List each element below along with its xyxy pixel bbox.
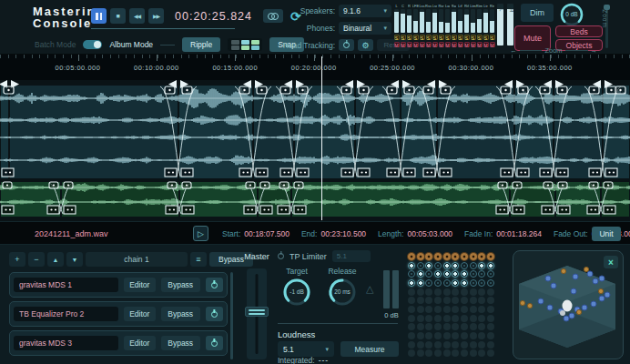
remove-plugin-button[interactable]: − xyxy=(28,252,45,267)
playhead[interactable] xyxy=(321,56,322,220)
mute-button[interactable]: M xyxy=(394,42,400,47)
mute-button[interactable]: M xyxy=(445,42,451,47)
plugin-bypass-button[interactable]: Bypass xyxy=(161,278,200,292)
waveform-display[interactable] xyxy=(0,80,630,221)
grid-dot[interactable] xyxy=(461,279,468,287)
mute-button[interactable]: M xyxy=(458,42,463,47)
mute-button[interactable]: M xyxy=(413,42,419,47)
plugin-bypass-button[interactable]: Bypass xyxy=(161,336,200,350)
grid-dot[interactable] xyxy=(470,270,477,278)
solo-button[interactable]: S xyxy=(458,35,463,40)
move-up-button[interactable]: ▲ xyxy=(47,252,64,267)
solo-button[interactable]: S xyxy=(483,35,489,40)
monitor-level-knob[interactable]: 0 dB xyxy=(558,1,585,28)
grid-dot[interactable] xyxy=(434,279,442,287)
grid-dot[interactable] xyxy=(417,253,424,260)
object-channel-grid[interactable] xyxy=(407,252,495,358)
beds-button[interactable]: Beds xyxy=(555,25,603,37)
grid-dot[interactable] xyxy=(452,253,459,260)
grid-dot[interactable] xyxy=(434,253,442,260)
grid-dot[interactable] xyxy=(478,253,485,260)
phones-select[interactable]: Binaural ▾ xyxy=(339,22,391,35)
solo-button[interactable]: S xyxy=(452,35,457,40)
mute-button[interactable]: M xyxy=(471,42,476,47)
unit-button[interactable]: Unit xyxy=(592,227,621,241)
grid-dot[interactable] xyxy=(443,262,451,269)
edit-mode-icon[interactable] xyxy=(228,38,262,51)
solo-button[interactable]: S xyxy=(490,35,495,40)
grid-dot[interactable] xyxy=(470,262,477,269)
clip-field-value[interactable]: 00:18:07.500 xyxy=(244,229,290,238)
solo-button[interactable]: S xyxy=(477,35,483,40)
plugin-bypass-button[interactable]: Bypass xyxy=(161,307,200,321)
close-viewer-button[interactable]: × xyxy=(604,256,618,268)
plugin-name[interactable]: gravitas MDS 1 xyxy=(14,278,118,292)
solo-button[interactable]: S xyxy=(407,35,412,40)
mute-button[interactable]: M xyxy=(483,42,489,47)
mute-button[interactable]: M xyxy=(452,42,457,47)
plugin-name[interactable]: gravitas MDS 3 xyxy=(14,336,118,350)
chain-menu-button[interactable]: ≡ xyxy=(190,252,207,267)
grid-dot[interactable] xyxy=(408,279,415,287)
mute-button[interactable]: M xyxy=(439,42,444,47)
solo-button[interactable]: S xyxy=(432,35,438,40)
speakers-select[interactable]: 9.1.6 ▾ xyxy=(339,5,391,17)
grid-dot[interactable] xyxy=(487,270,494,278)
grid-dot[interactable] xyxy=(478,270,485,278)
add-plugin-button[interactable]: + xyxy=(9,252,25,267)
dim-button[interactable]: Dim xyxy=(521,4,554,22)
grid-dot[interactable] xyxy=(487,262,494,269)
plugin-row[interactable]: TB Equalizer Pro 2 Editor Bypass xyxy=(9,301,228,327)
grid-dot[interactable] xyxy=(470,279,477,287)
horizontal-zoom-control[interactable]: ← Zoom → xyxy=(510,46,597,55)
mute-button[interactable]: M xyxy=(420,42,425,47)
grid-dot[interactable] xyxy=(425,270,432,278)
master-fader[interactable] xyxy=(247,268,267,359)
mute-button[interactable]: M xyxy=(477,42,483,47)
solo-button[interactable]: S xyxy=(471,35,476,40)
plugin-editor-button[interactable]: Editor xyxy=(124,307,156,321)
grid-dot[interactable] xyxy=(478,279,485,287)
head-tracking-power-button[interactable] xyxy=(339,39,354,51)
grid-dot[interactable] xyxy=(461,270,468,278)
loudness-format-select[interactable]: 5.1 ▾ xyxy=(278,341,334,357)
plugin-power-button[interactable] xyxy=(206,336,223,350)
grid-dot[interactable] xyxy=(425,253,432,260)
measure-button[interactable]: Measure xyxy=(340,341,399,357)
plugin-editor-button[interactable]: Editor xyxy=(124,278,156,292)
head-tracking-settings-button[interactable]: ⚙ xyxy=(358,39,373,51)
move-down-button[interactable]: ▼ xyxy=(66,252,83,267)
vertical-zoom-slider[interactable]: Zoom xyxy=(598,3,609,50)
solo-button[interactable]: S xyxy=(401,35,406,40)
grid-dot[interactable] xyxy=(425,262,432,269)
solo-button[interactable]: S xyxy=(439,35,444,40)
grid-dot[interactable] xyxy=(452,279,459,287)
plugin-name[interactable]: TB Equalizer Pro 2 xyxy=(14,307,118,321)
grid-dot[interactable] xyxy=(461,253,468,260)
mute-button[interactable]: M xyxy=(426,42,432,47)
mute-button[interactable]: M xyxy=(407,42,412,47)
grid-dot[interactable] xyxy=(425,279,432,287)
plugin-list-scrollbar[interactable] xyxy=(230,272,233,359)
room-viewer-3d[interactable]: × xyxy=(513,250,624,359)
forward-button[interactable]: ▶▶ xyxy=(148,8,164,24)
plugin-editor-button[interactable]: Editor xyxy=(124,336,156,350)
rewind-button[interactable]: ◀◀ xyxy=(129,8,145,24)
grid-dot[interactable] xyxy=(417,279,424,287)
plugin-row[interactable]: gravitas MDS 1 Editor Bypass xyxy=(9,272,228,298)
limiter-preset-field[interactable]: 5.1 xyxy=(332,250,371,262)
release-knob[interactable]: 20 ms xyxy=(325,275,360,309)
grid-dot[interactable] xyxy=(461,262,468,269)
clip-play-button[interactable]: ▷ xyxy=(193,226,208,241)
plugin-power-button[interactable] xyxy=(206,278,223,292)
mute-button[interactable]: M xyxy=(432,42,438,47)
grid-dot[interactable] xyxy=(487,279,494,287)
grid-dot[interactable] xyxy=(408,253,415,260)
grid-dot[interactable] xyxy=(434,262,442,269)
solo-button[interactable]: S xyxy=(413,35,419,40)
grid-dot[interactable] xyxy=(452,262,459,269)
grid-dot[interactable] xyxy=(408,270,415,278)
solo-button[interactable]: S xyxy=(464,35,470,40)
grid-dot[interactable] xyxy=(434,270,442,278)
pause-button[interactable] xyxy=(91,8,107,24)
